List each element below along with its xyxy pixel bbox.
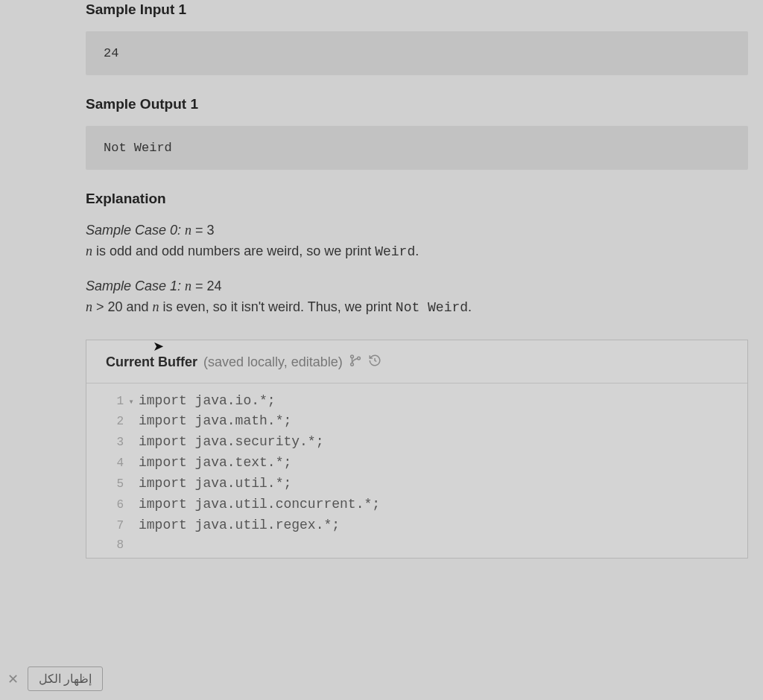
explanation-heading: Explanation	[86, 191, 748, 207]
history-icon[interactable]	[368, 354, 382, 371]
code-line[interactable]: 5import java.util.*;	[86, 474, 747, 494]
line-number: 1	[101, 392, 124, 411]
code-text: import java.util.concurrent.*;	[139, 494, 747, 515]
case1-line-mid2: is even, so it isn't weird. Thus, we pri…	[159, 299, 396, 314]
case0-label: Sample Case 0:	[86, 223, 185, 238]
line-number: 7	[101, 517, 124, 535]
sample-input-heading: Sample Input 1	[86, 1, 748, 18]
code-text: import java.security.*;	[139, 432, 747, 453]
code-line[interactable]: 2import java.math.*;	[86, 411, 747, 432]
code-editor[interactable]: 1▾import java.io.*;2import java.math.*;3…	[86, 383, 747, 558]
case0-eq-val: 3	[207, 223, 215, 238]
case1-eq-op: =	[191, 279, 207, 293]
branch-icon[interactable]	[349, 354, 362, 371]
case1-line-var1: n	[86, 299, 92, 314]
case1-line-code: Not Weird	[396, 300, 468, 315]
case1-line-var2: n	[153, 299, 159, 314]
code-text: import java.util.regex.*;	[139, 515, 747, 536]
code-line[interactable]: 4import java.text.*;	[86, 453, 747, 474]
case0-line-mid: is odd and odd numbers are weird, so we …	[92, 244, 375, 258]
case0-line-var: n	[86, 244, 92, 258]
code-line[interactable]: 6import java.util.concurrent.*;	[86, 494, 747, 515]
buffer-subtitle: (saved locally, editable)	[203, 354, 343, 370]
close-icon[interactable]: ✕	[7, 671, 19, 687]
svg-point-2	[357, 357, 360, 360]
line-number: 2	[101, 413, 124, 431]
code-text: import java.text.*;	[139, 453, 747, 474]
line-number: 5	[101, 475, 124, 494]
sample-output-block: Not Weird	[86, 126, 748, 170]
svg-point-0	[350, 354, 353, 357]
line-number: 6	[101, 496, 124, 515]
svg-point-1	[350, 363, 353, 366]
fold-gutter-icon[interactable]: ▾	[124, 395, 139, 410]
code-line[interactable]: 1▾import java.io.*;	[86, 391, 747, 412]
code-line[interactable]: 8	[86, 536, 747, 555]
case1-eq-val: 24	[207, 279, 222, 293]
bottom-bar: إظهار الكل ✕	[7, 666, 103, 691]
line-number: 8	[101, 536, 124, 555]
content-area: Sample Input 1 24 Sample Output 1 Not We…	[0, 0, 763, 559]
code-line[interactable]: 3import java.security.*;	[86, 432, 747, 453]
case0-line-post: .	[415, 244, 419, 258]
case1-line-val: 20	[108, 299, 123, 314]
code-line[interactable]: 7import java.util.regex.*;	[86, 515, 747, 536]
code-text: import java.math.*;	[139, 411, 747, 432]
line-number: 3	[101, 433, 124, 452]
case1-line-op: >	[92, 299, 108, 314]
buffer-header: Current Buffer (saved locally, editable)	[86, 340, 747, 383]
case1-line-post: .	[468, 299, 472, 314]
explanation-case-1: Sample Case 1: n = 24 n > 20 and n is ev…	[86, 276, 748, 319]
case0-eq-op: =	[191, 223, 207, 238]
sample-input-block: 24	[86, 31, 748, 75]
explanation-case-0: Sample Case 0: n = 3 n is odd and odd nu…	[86, 220, 748, 263]
case0-line-code: Weird	[375, 244, 415, 259]
sample-output-heading: Sample Output 1	[86, 96, 748, 112]
buffer-panel: Current Buffer (saved locally, editable)…	[86, 340, 748, 559]
case0-var: n	[185, 223, 191, 238]
buffer-title: Current Buffer	[106, 354, 197, 370]
show-all-button[interactable]: إظهار الكل	[28, 666, 103, 691]
code-text: import java.io.*;	[139, 391, 747, 412]
case1-label: Sample Case 1:	[86, 279, 185, 293]
code-text: import java.util.*;	[139, 474, 747, 494]
case1-var: n	[185, 279, 191, 293]
line-number: 4	[101, 454, 124, 473]
case1-line-mid1: and	[123, 299, 153, 314]
